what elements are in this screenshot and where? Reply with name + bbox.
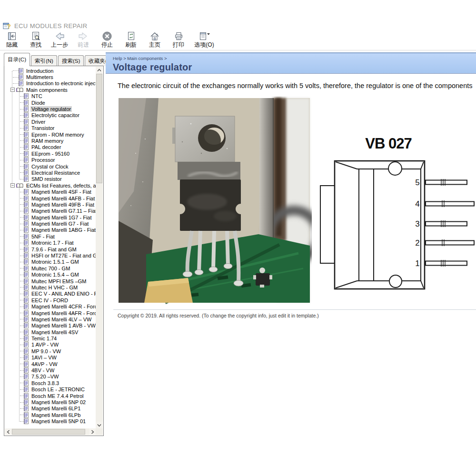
tree-item[interactable]: Magneti Marelli 6LP1	[6, 406, 96, 412]
tree-item[interactable]: Bosch ME 7.4.4 Petrol	[6, 393, 96, 399]
tree-item[interactable]: Transistor	[6, 125, 96, 131]
tree-item[interactable]: Eprom - ROM memory	[6, 131, 96, 138]
scroll-down-arrow[interactable]	[96, 422, 103, 428]
tree-item[interactable]: −Main components	[6, 87, 96, 93]
refresh-button[interactable]: 刷新	[119, 30, 143, 50]
tree-item[interactable]: EEC V - ANIL AND ENIO - FORD	[6, 291, 96, 297]
tree-item[interactable]: Multimeters	[6, 74, 96, 80]
tree-connector	[20, 134, 24, 135]
stop-button[interactable]: 停止	[95, 30, 119, 50]
breadcrumb[interactable]: Help > Main components >	[113, 53, 476, 61]
tree-item[interactable]: Magneti Marelli G7.11 – Fiat	[6, 208, 96, 214]
tree-item[interactable]: Motronic 1.5.4 – GM	[6, 272, 96, 278]
tree-item[interactable]: SMD resistor	[6, 176, 96, 182]
scroll-right-arrow[interactable]	[89, 428, 96, 435]
tree-item[interactable]: Magneti Marelli 4AFR - Ford	[6, 310, 96, 316]
doc-icon	[24, 418, 29, 424]
back-button[interactable]: 上一步	[48, 30, 71, 50]
tree-item[interactable]: Magneti Marelli 1G7 - Fiat	[6, 214, 96, 220]
tree-item[interactable]: RAM memory	[6, 138, 96, 144]
tree-item[interactable]: 1AVI – VW	[6, 355, 96, 361]
tree-item-label: PAL decoder	[30, 144, 62, 150]
tree-connector	[20, 140, 24, 141]
tab-contents[interactable]: 目录(C)	[4, 53, 30, 66]
tree-item[interactable]: Introduction	[6, 68, 96, 74]
tree-item[interactable]: Magneti Marelli 5NP 01	[6, 418, 96, 424]
tree-item[interactable]: HSFI or MT27E - Fiat and GM	[6, 252, 96, 258]
doc-icon	[24, 361, 29, 367]
tree-item[interactable]: EEprom - 95160	[6, 150, 96, 157]
tree-item[interactable]: Magneti Marelli 49FB - Fiat	[6, 201, 96, 208]
tab-search[interactable]: 搜索(S)	[58, 55, 84, 66]
tab-index[interactable]: 索引(N)	[31, 55, 57, 66]
tree-item-label: Main components	[25, 87, 69, 93]
tree-item[interactable]: Magneti Marelli 6LPb	[6, 412, 96, 418]
tree-item[interactable]: 5NF - Fiat	[6, 233, 96, 239]
tree-item-label: 7.9.6 - Fiat and GM	[30, 247, 78, 252]
tree-item[interactable]: Electrical Resistance	[6, 169, 96, 176]
tree-item[interactable]: Multec 700 - GM	[6, 265, 96, 271]
tree-item[interactable]: Bosch LE - JETRONIC	[6, 387, 96, 393]
tree-item[interactable]: Magneti Marelli G7 - Fiat	[6, 220, 96, 227]
tree-item[interactable]: PAL decoder	[6, 144, 96, 150]
tree-connector	[13, 77, 19, 78]
tree-item[interactable]: −ECMs list Features, defects, and repair	[6, 182, 96, 188]
tree-item[interactable]: Magneti Marelli 1ABG - Fiat	[6, 227, 96, 233]
tree-item[interactable]: Magneti Marelli 4SF - Fiat	[6, 188, 96, 195]
scroll-left-arrow[interactable]	[5, 428, 11, 435]
tree-item[interactable]: Driver	[6, 119, 96, 125]
doc-icon	[24, 348, 29, 354]
tree-item-label: HSFI or MT27E - Fiat and GM	[30, 253, 96, 258]
tree-item[interactable]: Temic 1.74	[6, 335, 96, 341]
tree-item[interactable]: Bosch 3.8.3	[6, 380, 96, 386]
tree-item[interactable]: Electrolytic capacitor	[6, 112, 96, 119]
tree-item[interactable]: Magneti Marelli 4LV – VW	[6, 316, 96, 322]
tree-item-label: RAM memory	[30, 138, 64, 144]
tree-horizontal-scrollbar[interactable]	[5, 428, 96, 435]
find-button[interactable]: 查找	[24, 30, 48, 50]
tree-item[interactable]: 4BV - VW	[6, 367, 96, 373]
tree-item[interactable]: Processor	[6, 157, 96, 163]
print-icon	[173, 30, 184, 41]
tree-item-label: Motronic 1.7 - Fiat	[30, 240, 75, 246]
tree-item[interactable]: 4AVP - VW	[6, 361, 96, 367]
tree-item[interactable]: Multec MPFI EMS –GM	[6, 278, 96, 284]
tree-item[interactable]: Motronic 1.7 - Fiat	[6, 240, 96, 246]
tree-item[interactable]: Diode	[6, 99, 96, 106]
collapse-minus-box[interactable]: −	[10, 88, 15, 92]
doc-icon	[24, 266, 29, 271]
hide-button[interactable]: 隐藏	[0, 30, 24, 50]
tree-item[interactable]: EEC IV - FORD	[6, 297, 96, 303]
tree-item[interactable]: 7.5.20 –VW	[6, 374, 96, 380]
scroll-thumb[interactable]	[96, 74, 102, 183]
tree-item[interactable]: Magneti Marelli 4SV	[6, 329, 96, 335]
tree-item[interactable]: Motronic 1.5.1 – GM	[6, 259, 96, 265]
tree-item[interactable]: Voltage regulator	[6, 106, 96, 112]
pin-label-1: 1	[415, 259, 419, 268]
tree-item-label: Processor	[30, 157, 56, 163]
tree-item[interactable]: Introduction to electronic injection	[6, 80, 96, 87]
tree-item[interactable]: Magneti Marelli 4AFB - Fiat	[6, 195, 96, 201]
options-button-label: 选项(O)	[194, 41, 214, 48]
options-button[interactable]: 选项(O)	[190, 30, 218, 50]
tree-vertical-scrollbar[interactable]	[96, 67, 103, 428]
tree-item[interactable]: Multec H VHC - GM	[6, 284, 96, 290]
tree-item[interactable]: 1 AVP - VW	[6, 342, 96, 348]
collapse-minus-box[interactable]: −	[10, 183, 15, 188]
tree-item[interactable]: MP 9.0 - VW	[6, 348, 96, 354]
tree-item[interactable]: Crystal or Clock	[6, 163, 96, 169]
tree-item[interactable]: 7.9.6 - Fiat and GM	[6, 246, 96, 252]
home-button[interactable]: 主页	[143, 30, 167, 50]
doc-icon	[24, 151, 29, 157]
forward-button[interactable]: 前进	[71, 30, 95, 50]
tree-item[interactable]: Magneti Marelli 4CFR - Ford	[6, 303, 96, 309]
tree-item[interactable]: NTC	[6, 93, 96, 99]
tree-item-label: 1AVI – VW	[30, 355, 58, 360]
print-button[interactable]: 打印	[167, 30, 190, 50]
tree-item-label: Motronic 1.5.4 – GM	[30, 272, 80, 278]
tree-item-label: Bosch ME 7.4.4 Petrol	[30, 393, 84, 399]
tree-item[interactable]: Magneti Marelli 1 AVB - VW	[6, 323, 96, 329]
tree-item[interactable]: Magneti Marelli 5NP 02	[6, 399, 96, 405]
scroll-thumb[interactable]	[12, 429, 85, 435]
scroll-up-arrow[interactable]	[96, 67, 103, 73]
